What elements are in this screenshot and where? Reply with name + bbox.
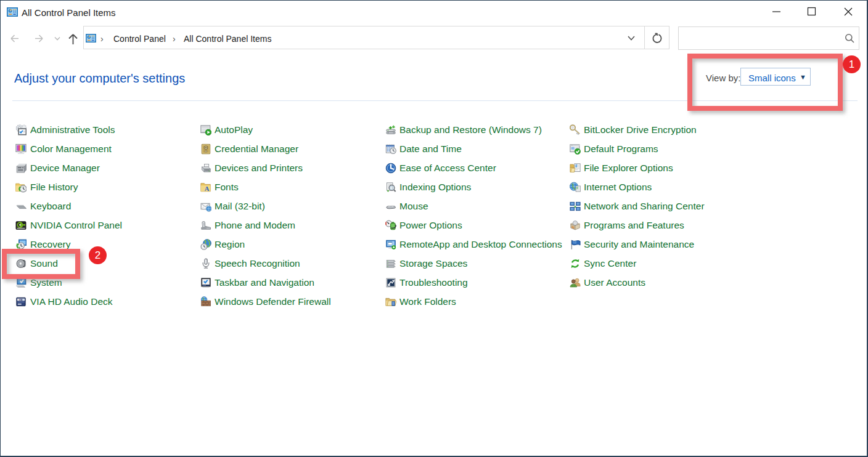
svg-text:A: A (205, 185, 210, 192)
svg-text:VIA!: VIA! (18, 298, 23, 301)
